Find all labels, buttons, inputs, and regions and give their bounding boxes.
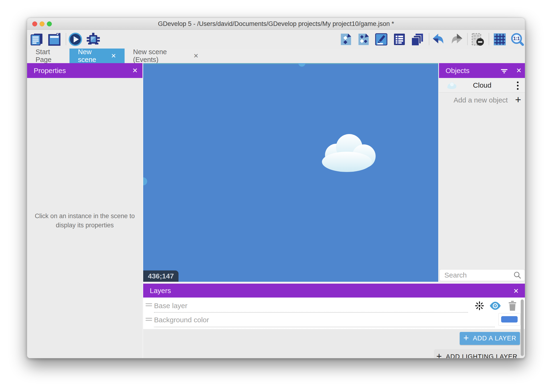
zoom-1-1-icon[interactable]: 1:1 xyxy=(511,33,524,46)
layer-name-underline xyxy=(154,327,495,327)
preview-window-icon[interactable] xyxy=(48,33,62,46)
debug-icon[interactable] xyxy=(86,33,100,46)
add-new-object-button[interactable]: Add a new object + xyxy=(439,93,525,107)
background-color-picker[interactable] xyxy=(498,313,520,326)
properties-title: Properties xyxy=(34,67,66,75)
edit-object-icon[interactable] xyxy=(339,33,353,46)
edit-object-groups-icon[interactable] xyxy=(357,33,370,46)
close-icon[interactable]: ✕ xyxy=(516,63,522,78)
layer-name-field[interactable]: Base layer xyxy=(154,302,187,310)
filter-icon[interactable] xyxy=(500,66,508,75)
edit-scene-properties-icon[interactable] xyxy=(374,33,388,46)
add-object-label: Add a new object xyxy=(454,93,508,107)
scene-canvas[interactable]: 436;147 xyxy=(143,63,438,282)
add-layer-label: ADD A LAYER xyxy=(473,335,517,342)
tab-label: Start Page xyxy=(35,48,61,64)
layers-list: Base layer xyxy=(143,298,525,329)
background-color-label[interactable]: Background color xyxy=(154,316,209,324)
layers-title: Layers xyxy=(150,287,171,295)
toolbar-separator xyxy=(467,33,468,45)
toggle-grid-icon[interactable] xyxy=(493,33,507,46)
tab-new-scene[interactable]: New scene ✕ xyxy=(69,49,124,63)
redo-icon[interactable] xyxy=(450,33,463,46)
toolbar-separator xyxy=(489,33,489,45)
properties-panel: Properties ✕ Click on an instance in the… xyxy=(27,63,143,358)
objects-title: Objects xyxy=(446,67,469,75)
canvas-top-edge xyxy=(143,63,438,64)
layers-panel: Layers ✕ Base layer xyxy=(143,284,525,358)
plus-icon: + xyxy=(436,351,442,358)
search-icon xyxy=(513,271,521,279)
object-name: Cloud xyxy=(439,78,525,93)
undo-icon[interactable] xyxy=(432,33,445,46)
visibility-eye-icon[interactable] xyxy=(489,301,501,311)
search-input[interactable] xyxy=(444,269,511,281)
main-toolbar: 1:1 xyxy=(27,30,525,49)
horizontal-scroll-indicator[interactable] xyxy=(298,63,305,67)
object-menu-icon[interactable] xyxy=(514,80,522,91)
lighting-icon[interactable] xyxy=(475,301,484,310)
properties-header: Properties ✕ xyxy=(27,63,143,78)
drag-handle-icon[interactable] xyxy=(145,318,152,321)
close-tab-icon[interactable]: ✕ xyxy=(193,52,199,60)
cursor-coordinates-badge: 436;147 xyxy=(143,270,179,282)
title-bar: GDevelop 5 - /Users/david/Documents/GDev… xyxy=(27,18,525,30)
layers-list-icon[interactable] xyxy=(410,33,424,46)
toolbar-separator xyxy=(66,33,66,45)
close-icon[interactable]: ✕ xyxy=(132,63,138,78)
cloud-object-instance[interactable] xyxy=(314,133,380,173)
toggle-mask-icon[interactable] xyxy=(471,33,484,46)
layer-name-underline xyxy=(154,312,468,313)
objects-header: Objects ✕ xyxy=(439,63,525,78)
toolbar-separator xyxy=(429,33,429,45)
vertical-scroll-indicator[interactable] xyxy=(143,177,147,185)
layers-scrollbar[interactable] xyxy=(521,299,524,356)
objects-search-box xyxy=(440,269,525,281)
add-lighting-layer-label: ADD LIGHTING LAYER xyxy=(446,353,518,358)
close-tab-icon[interactable]: ✕ xyxy=(111,52,116,60)
drag-handle-icon[interactable] xyxy=(145,303,152,307)
properties-empty-message: Click on an instance in the scene to dis… xyxy=(33,211,137,230)
layers-header: Layers ✕ xyxy=(143,284,525,298)
delete-trash-icon[interactable] xyxy=(508,301,517,311)
instances-list-icon[interactable] xyxy=(393,33,406,46)
play-preview-icon[interactable] xyxy=(69,33,82,46)
editor-tabbar: Start Page New scene ✕ New scene (Events… xyxy=(27,49,525,63)
tab-label: New scene (Events) xyxy=(133,48,187,64)
plus-icon: + xyxy=(463,333,469,343)
objects-panel: Objects ✕ Cloud Add xyxy=(439,63,525,282)
add-layer-button[interactable]: + ADD A LAYER xyxy=(460,332,520,345)
tab-start-page[interactable]: Start Page xyxy=(27,49,69,63)
editor-content: Properties ✕ Click on an instance in the… xyxy=(27,63,525,358)
window-title: GDevelop 5 - /Users/david/Documents/GDev… xyxy=(27,18,525,30)
gdevelop-window: GDevelop 5 - /Users/david/Documents/GDev… xyxy=(27,18,525,358)
tab-label: New scene xyxy=(78,48,105,64)
project-manager-icon[interactable] xyxy=(30,33,44,46)
plus-icon: + xyxy=(515,93,521,107)
close-icon[interactable]: ✕ xyxy=(513,284,519,299)
add-lighting-layer-button[interactable]: + ADD LIGHTING LAYER xyxy=(434,349,519,358)
color-swatch xyxy=(501,316,518,322)
object-list-item-cloud[interactable]: Cloud xyxy=(439,78,525,93)
svg-text:1:1: 1:1 xyxy=(513,36,520,41)
tab-new-scene-events[interactable]: New scene (Events) ✕ xyxy=(124,49,207,63)
